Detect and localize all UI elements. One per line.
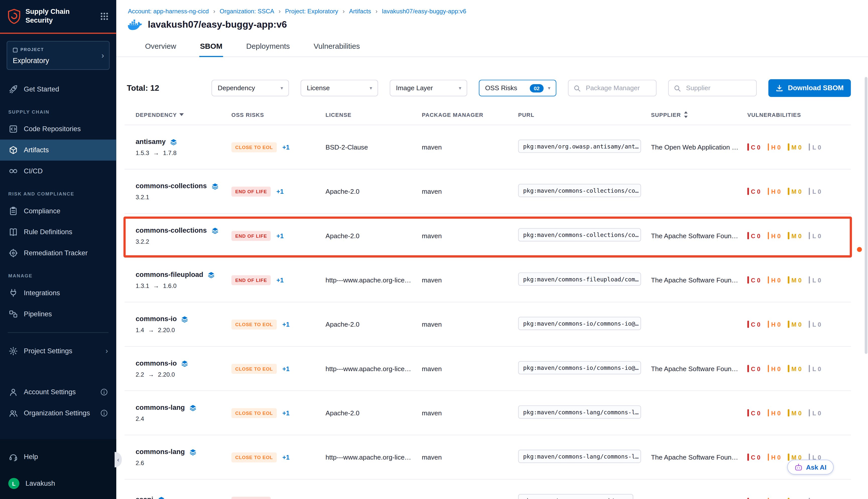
supplier: The Open Web Application … <box>651 143 747 151</box>
help-button[interactable]: Help <box>0 446 116 468</box>
column-header-label: OSS RISKS <box>231 112 264 118</box>
package-manager: maven <box>422 320 518 328</box>
sort-icon <box>684 111 688 118</box>
sidebar-item-label: Remediation Tracker <box>24 249 88 257</box>
supplier: The Apache Software Foun… <box>651 365 747 373</box>
repo-icon <box>8 124 17 133</box>
sidebar-item-code-repositories[interactable]: Code Repositories <box>0 118 116 139</box>
user-menu[interactable]: L Lavakush <box>0 472 116 495</box>
download-sbom-button[interactable]: Download SBOM <box>769 79 851 97</box>
info-icon[interactable] <box>100 388 108 396</box>
project-selector[interactable]: PROJECT Exploratory › <box>7 41 110 70</box>
severity-l: L0 <box>809 232 821 240</box>
severity-l: L0 <box>809 276 821 284</box>
table-row-commons-io-2-2[interactable]: commons-io 2.2→2.20.0 CLOSE TO EOL +1 ht… <box>125 346 851 390</box>
sidebar-item-account-settings[interactable]: Account Settings <box>0 381 116 402</box>
tab-bar: OverviewSBOMDeploymentsVulnerabilities <box>116 38 868 57</box>
severity-m: M0 <box>788 232 802 240</box>
column-header-purl[interactable]: PURL <box>518 111 651 118</box>
purl-chip[interactable]: pkg:maven/org.owasp.esapi/esa… <box>518 494 633 499</box>
filter-oss-risks[interactable]: OSS Risks 02 ▾ <box>479 80 557 96</box>
risk-more-link[interactable]: +1 <box>276 188 284 194</box>
sidebar-item-ci-cd[interactable]: CI/CD <box>0 160 116 181</box>
table-row-commons-fileupload-1-3-1[interactable]: commons-fileupload 1.3.1→1.6.0 END OF LI… <box>125 257 851 302</box>
dependency-version: 1.4→2.20.0 <box>136 327 231 333</box>
search-input[interactable] <box>685 84 751 93</box>
risk-more-link[interactable]: +1 <box>276 498 284 499</box>
oss-risk-cell: END OF LIFE +1 <box>231 497 325 499</box>
sidebar-item-project-settings[interactable]: Project Settings › <box>0 340 116 361</box>
project-icon <box>13 45 18 54</box>
risk-more-link[interactable]: +1 <box>276 232 284 239</box>
severity-h: H0 <box>768 409 781 417</box>
sidebar-item-remediation-tracker[interactable]: Remediation Tracker <box>0 242 116 263</box>
purl-chip[interactable]: pkg:maven/commons-io/commons-io@… <box>518 317 641 330</box>
purl-chip[interactable]: pkg:maven/commons-collections/co… <box>518 184 641 197</box>
filter-dependency[interactable]: Dependency ▾ <box>212 80 289 96</box>
table-row-commons-collections-3-2-2[interactable]: commons-collections 3.2.2 END OF LIFE +1… <box>125 213 851 257</box>
breadcrumb-item[interactable]: Account: app-harness-ng-cicd <box>128 8 209 14</box>
purl-chip[interactable]: pkg:maven/commons-collections/co… <box>518 228 641 241</box>
risk-more-link[interactable]: +1 <box>282 321 289 327</box>
scrollbar[interactable] <box>865 77 868 354</box>
risk-more-link[interactable]: +1 <box>282 410 289 416</box>
table-row-antisamy-1-5-3[interactable]: antisamy 1.5.3→1.7.8 CLOSE TO EOL +1 BSD… <box>125 125 851 169</box>
sidebar-item-compliance[interactable]: Compliance <box>0 200 116 221</box>
ask-ai-button[interactable]: Ask AI <box>787 460 834 475</box>
sidebar-item-pipelines[interactable]: Pipelines <box>0 303 116 324</box>
layers-icon <box>211 182 219 190</box>
dependency-cell: commons-collections 3.2.1 <box>136 182 231 200</box>
table-row-commons-collections-3-2-1[interactable]: commons-collections 3.2.1 END OF LIFE +1… <box>125 169 851 213</box>
sidebar-item-label: Pipelines <box>24 310 52 318</box>
sidebar-item-rule-definitions[interactable]: Rule Definitions <box>0 221 116 242</box>
sidebar-item-organization-settings[interactable]: Organization Settings <box>0 402 116 423</box>
purl-chip[interactable]: pkg:maven/org.owasp.antisamy/ant… <box>518 139 641 153</box>
purl-chip[interactable]: pkg:maven/commons-io/commons-io@… <box>518 361 641 374</box>
column-header-dependency[interactable]: DEPENDENCY <box>136 111 231 118</box>
sidebar-item-label: Compliance <box>24 207 61 215</box>
risk-more-link[interactable]: +1 <box>276 277 284 283</box>
tab-vulnerabilities[interactable]: Vulnerabilities <box>313 38 361 57</box>
vulnerability-counts: C0H0M0L0 <box>747 498 851 499</box>
column-header-package-manager[interactable]: PACKAGE MANAGER <box>422 111 518 118</box>
table-row-commons-lang-2-6[interactable]: commons-lang 2.6 CLOSE TO EOL +1 http---… <box>125 435 851 479</box>
sidebar-item-get-started[interactable]: Get Started <box>0 78 116 99</box>
breadcrumb-item[interactable]: Artifacts <box>349 8 371 14</box>
tab-sbom[interactable]: SBOM <box>199 38 223 57</box>
risk-more-link[interactable]: +1 <box>282 365 289 372</box>
purl-chip[interactable]: pkg:maven/commons-fileupload/com… <box>518 272 641 285</box>
search-input[interactable] <box>585 84 651 93</box>
table-row-commons-io-1-4[interactable]: commons-io 1.4→2.20.0 CLOSE TO EOL +1 Ap… <box>125 302 851 346</box>
risk-more-link[interactable]: +1 <box>282 144 289 150</box>
sidebar-item-artifacts[interactable]: Artifacts <box>0 139 116 160</box>
sidebar-item-integrations[interactable]: Integrations <box>0 282 116 303</box>
column-header-oss-risks[interactable]: OSS RISKS <box>231 111 325 118</box>
purl-chip[interactable]: pkg:maven/commons-lang/commons-l… <box>518 405 641 418</box>
tab-overview[interactable]: Overview <box>145 38 176 57</box>
severity-m: M0 <box>788 276 802 284</box>
tab-deployments[interactable]: Deployments <box>246 38 290 57</box>
oss-risk-cell: END OF LIFE +1 <box>231 231 325 241</box>
severity-h: H0 <box>768 276 781 284</box>
risk-more-link[interactable]: +1 <box>282 454 289 460</box>
vulnerability-counts: C0H0M0L0 <box>747 320 851 328</box>
breadcrumb-item[interactable]: Organization: SSCA <box>220 8 274 14</box>
breadcrumb-item[interactable]: Project: Exploratory <box>285 8 338 14</box>
info-icon[interactable] <box>100 409 108 417</box>
table-row-esapi-x[interactable]: esapi END OF LIFE +1 BSD-3-Clause maven … <box>125 479 851 499</box>
filter-image-layer[interactable]: Image Layer ▾ <box>390 80 468 96</box>
column-header-supplier[interactable]: SUPPLIER <box>651 111 747 118</box>
module-grid-icon[interactable] <box>100 12 109 20</box>
arrow-right-icon: → <box>148 327 154 333</box>
column-header-vulnerabilities[interactable]: VULNERABILITIES <box>747 111 851 118</box>
avatar: L <box>8 478 19 489</box>
page-title: lavakush07/easy-buggy-app:v6 <box>148 19 287 31</box>
oss-risk-badge: END OF LIFE <box>231 186 271 196</box>
breadcrumb-item[interactable]: lavakush07/easy-buggy-app:v6 <box>382 8 467 14</box>
severity-c: C0 <box>747 365 760 373</box>
purl-chip[interactable]: pkg:maven/commons-lang/commons-l… <box>518 450 641 463</box>
filter-license[interactable]: License ▾ <box>301 80 378 96</box>
column-header-license[interactable]: LICENSE <box>325 111 422 118</box>
package-manager: maven <box>422 498 518 499</box>
table-row-commons-lang-2-4[interactable]: commons-lang 2.4 CLOSE TO EOL +1 Apache-… <box>125 390 851 435</box>
